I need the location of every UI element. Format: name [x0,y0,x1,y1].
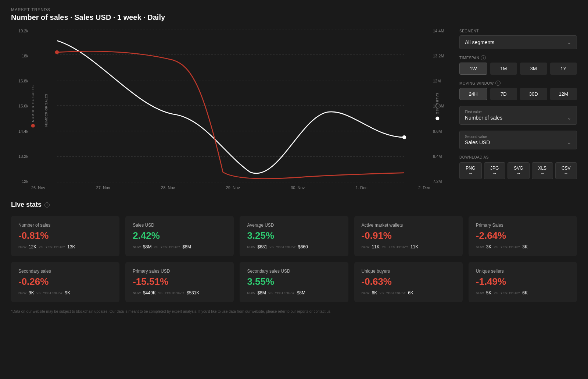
stat-percent-primary-sales-usd: -15.51% [133,276,226,287]
second-value-chevron-icon: ⌄ [567,139,571,145]
stat-percent-unique-buyers: -0.63% [362,276,455,287]
yesterday-value-secondary-sales-usd: $8M [297,290,305,295]
stat-card-primary-sales-usd: Primary sales USD -15.51% NOW $449K VS Y… [125,262,234,302]
timespan-1m-button[interactable]: 1M [490,63,517,75]
vs-text-9: VS [379,291,384,295]
timespan-3m-button[interactable]: 3M [520,63,547,75]
second-value-dropdown[interactable]: Second value Sales USD ⌄ [459,131,577,149]
download-png-button[interactable]: PNG → [459,162,482,179]
second-value-label: Second value [465,135,490,139]
yesterday-label-10: YESTERDAY [501,291,520,295]
now-value-active-wallets: 11K [372,244,380,249]
stat-name-secondary-sales: Secondary sales [18,269,112,274]
stat-row-active-wallets: NOW 11K VS YESTERDAY 11K [362,244,455,249]
now-label-7: NOW [133,291,141,295]
chart-svg-container: NUMBER OF SALES [31,29,430,184]
yesterday-value-average-usd: $660 [298,244,308,249]
yesterday-value-unique-sellers: 6K [522,290,528,295]
chart-svg: NUMBER OF SALES [31,29,430,184]
stat-row-primary-sales: NOW 3K VS YESTERDAY 3K [476,244,570,249]
y-label-right: SALES USD [436,93,440,120]
stat-percent-primary-sales: -2.64% [476,230,570,241]
timespan-1w-button[interactable]: 1W [459,63,487,75]
now-value-secondary-sales-usd: $8M [257,290,266,295]
second-value-inner: Second value Sales USD [465,135,490,145]
vs-text-5: VS [494,245,498,249]
window-12m-button[interactable]: 12M [550,88,577,100]
now-value-primary-sales-usd: $449K [143,290,156,295]
stat-percent-sales-usd: 2.42% [133,230,226,241]
first-value-dropdown[interactable]: First value Number of sales ⌄ [459,106,577,125]
live-stats-section: Live stats i Number of sales -0.81% NOW … [11,201,577,302]
yesterday-label-5: YESTERDAY [501,245,520,249]
now-label: NOW [18,245,26,249]
stat-name-unique-buyers: Unique buyers [362,269,455,274]
vs-text-3: VS [269,245,274,249]
yesterday-label: YESTERDAY [45,245,65,249]
stat-percent-secondary-sales: -0.26% [18,276,112,287]
download-jpg-button[interactable]: JPG → [484,162,505,179]
vs-text: VS [39,245,43,249]
vs-text-10: VS [494,291,498,295]
stat-card-unique-buyers: Unique buyers -0.63% NOW 6K VS YESTERDAY… [354,262,463,302]
download-csv-button[interactable]: CSV → [555,162,577,179]
window-30d-button[interactable]: 30D [520,88,547,100]
now-label-3: NOW [247,245,255,249]
now-value-average-usd: $681 [257,244,267,249]
yesterday-value-primary-sales: 3K [522,244,528,249]
right-panel: Segment All segments ⌄ TIMESPAN i 1W 1M … [459,29,577,190]
now-value-sales-usd: $8M [143,244,151,249]
now-label-5: NOW [476,245,484,249]
y-axis-right: 14.4M 13.2M 12M 10.8M 9.6M 8.4M 7.2M [430,29,452,184]
app-title: MARKET TRENDS [11,7,577,12]
stat-name-primary-sales-usd: Primary sales USD [133,269,226,274]
stat-name-secondary-sales-usd: Secondary sales USD [247,269,341,274]
now-value-number-of-sales: 12K [29,244,36,249]
stat-row-unique-buyers: NOW 6K VS YESTERDAY 6K [362,290,455,295]
footer-note: *Data on our website may be subject to b… [11,309,577,314]
stat-percent-active-wallets: -0.91% [362,230,455,241]
window-24h-button[interactable]: 24H [459,88,487,100]
second-value-value: Sales USD [465,139,490,145]
now-label-2: NOW [133,245,141,249]
window-7d-button[interactable]: 7D [490,88,517,100]
download-section: DOWNLOAD AS PNG → JPG → SVG → XLS → CSV … [459,155,577,179]
stat-name-number-of-sales: Number of sales [18,223,112,228]
stat-row-unique-sellers: NOW 5K VS YESTERDAY 6K [476,290,570,295]
stat-percent-number-of-sales: -0.81% [18,230,112,241]
live-stats-info-icon: i [44,202,50,208]
stat-card-unique-sellers: Unique sellers -1.49% NOW 5K VS YESTERDA… [469,262,577,302]
moving-window-label: MOVING WINDOW i [459,81,577,86]
svg-text:NUMBER OF SALES: NUMBER OF SALES [44,94,48,127]
first-value-value: Number of sales [465,115,502,121]
y-axis-left: 19.2k 18k 16.8k 15.6k 14.4k 13.2k 12k [11,29,31,184]
download-svg-button[interactable]: SVG → [508,162,530,179]
stat-name-unique-sellers: Unique sellers [476,269,570,274]
yesterday-label-2: YESTERDAY [161,245,180,249]
vs-text-8: VS [268,291,273,295]
stat-percent-secondary-sales-usd: 3.55% [247,276,341,287]
now-value-unique-sellers: 5K [486,290,492,295]
stat-card-secondary-sales-usd: Secondary sales USD 3.55% NOW $8M VS YES… [240,262,348,302]
timespan-1y-button[interactable]: 1Y [550,63,577,75]
first-value-chevron-icon: ⌄ [567,115,571,121]
timespan-section: TIMESPAN i 1W 1M 3M 1Y [459,55,577,75]
vs-text-6: VS [36,291,41,295]
segment-section: Segment All segments ⌄ [459,29,577,49]
moving-window-section: MOVING WINDOW i 24H 7D 30D 12M [459,81,577,100]
yesterday-value-primary-sales-usd: $531K [187,290,200,295]
segment-dropdown[interactable]: All segments ⌄ [459,35,577,49]
now-label-9: NOW [362,291,370,295]
chart-heading: Number of sales · Sales USD · 1 week · D… [11,13,577,22]
stat-name-active-wallets: Active market wallets [362,223,455,228]
first-value-inner: First value Number of sales [465,110,502,121]
stat-row-number-of-sales: NOW 12K VS YESTERDAY 13K [18,244,112,249]
now-value-primary-sales: 3K [486,244,492,249]
yesterday-label-4: YESTERDAY [388,245,408,249]
download-xls-button[interactable]: XLS → [532,162,553,179]
download-buttons: PNG → JPG → SVG → XLS → CSV → [459,162,577,179]
stat-row-primary-sales-usd: NOW $449K VS YESTERDAY $531K [133,290,226,295]
moving-window-info-icon: i [495,81,501,86]
timespan-buttons: 1W 1M 3M 1Y [459,63,577,75]
yesterday-value-secondary-sales: 9K [65,290,71,295]
